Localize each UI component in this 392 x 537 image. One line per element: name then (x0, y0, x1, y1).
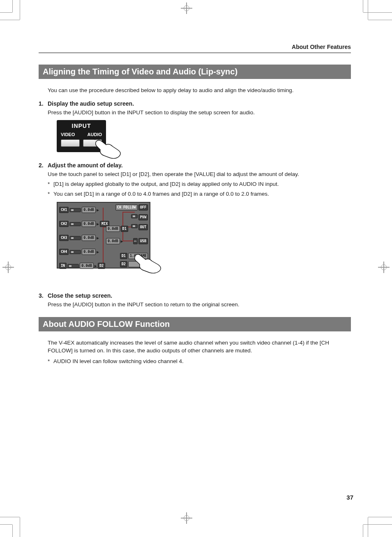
ch-label: CH4 (59, 249, 69, 255)
step-2: 2.Adjust the amount of delay. Use the to… (39, 162, 351, 284)
ch-db: 0.0dB (82, 207, 96, 213)
step-note: [D1] is delay applied globally to the ou… (53, 181, 279, 187)
ch-slider[interactable] (69, 250, 81, 254)
step-number: 3. (39, 292, 48, 299)
step-title: Close the setup screen. (48, 292, 112, 299)
video-button[interactable] (61, 139, 80, 147)
ch-label: CH3 (59, 235, 69, 241)
out-pvw: PVW (138, 214, 148, 220)
section-title-lipsync: Aligning the Timing of Video and Audio (… (39, 65, 351, 79)
input-panel-video-label: VIDEO (61, 131, 75, 138)
d1-block[interactable]: D1 (121, 226, 128, 232)
step-number: 1. (39, 100, 48, 107)
ch-label: CH2 (59, 221, 69, 227)
step-1: 1.Display the audio setup screen. Press … (39, 100, 351, 152)
d1-db: 0.0dB (106, 226, 120, 232)
ch-db: 0.0dB (82, 249, 96, 255)
ch-follow-label: CH FOLLOW (115, 204, 138, 211)
ch-db: 0.0dB (82, 221, 96, 227)
header-rule (39, 53, 351, 53)
d2-readout-label[interactable]: D2 (120, 261, 127, 267)
usb-icon: ▭ (133, 238, 138, 244)
out-usb: USB (138, 238, 148, 244)
running-header: About Other Features (39, 44, 351, 50)
step-body-text: Press the [AUDIO] button in the INPUT se… (48, 109, 351, 117)
pointing-hand-icon (131, 251, 164, 281)
ch-slider[interactable] (69, 236, 81, 240)
step-3: 3.Close the setup screen. Press the [AUD… (39, 292, 351, 309)
pvw-slider[interactable] (131, 214, 138, 218)
step-body-text: Press the [AUDIO] button in the INPUT se… (48, 301, 351, 309)
step-number: 2. (39, 162, 48, 169)
d2-db: 0.0dB (106, 238, 120, 244)
section-title-audio-follow: About AUDIO FOLLOW Function (39, 317, 351, 331)
in-db: 0.0dB (80, 263, 94, 269)
step-body-text: Use the touch panel to select [D1] or [D… (48, 170, 351, 178)
ch-slider[interactable] (69, 208, 81, 212)
ch-follow-value[interactable]: OFF (138, 204, 148, 211)
section2-note: AUDIO IN level can follow switching vide… (53, 358, 184, 364)
section1-intro: You can use the procedure described belo… (48, 86, 351, 95)
step-note: You can set [D1] in a range of 0.0 to 4.… (53, 191, 269, 197)
d2-in-label[interactable]: D2 (98, 263, 105, 269)
ch-label: CH1 (59, 207, 69, 213)
out-out: OUT (138, 224, 148, 230)
step-title: Display the audio setup screen. (48, 100, 134, 107)
d1-readout-label[interactable]: D1 (120, 253, 127, 259)
out-slider[interactable] (131, 224, 138, 228)
input-panel-title: INPUT (59, 122, 104, 130)
input-panel-illustration: INPUT VIDEO AUDIO (57, 120, 106, 152)
section2-body: The V-4EX automatically increases the le… (48, 339, 351, 355)
in-label: IN (59, 263, 67, 269)
in-slider[interactable] (67, 264, 79, 268)
ch-slider[interactable] (69, 222, 81, 226)
ch-db: 0.0dB (82, 235, 96, 241)
page-number: 37 (346, 494, 353, 501)
pointing-hand-icon (92, 137, 124, 165)
